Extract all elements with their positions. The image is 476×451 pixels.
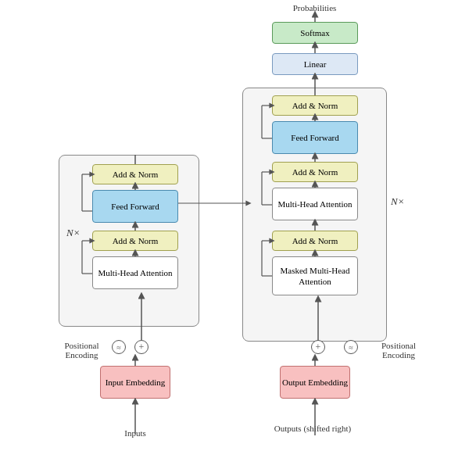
input-embedding: Input Embedding bbox=[100, 366, 170, 399]
encoder-feed-forward: Feed Forward bbox=[92, 190, 178, 223]
transformer-diagram: N× Add & Norm Feed Forward Add & Norm Mu… bbox=[0, 0, 476, 451]
encoder-positional-label: Positional Encoding bbox=[56, 341, 107, 360]
decoder-positional-label: Positional Encoding bbox=[367, 341, 430, 360]
inputs-label: Inputs bbox=[100, 428, 170, 438]
encoder-add-norm-bottom: Add & Norm bbox=[92, 231, 178, 251]
decoder-add-norm-middle: Add & Norm bbox=[272, 162, 358, 182]
decoder-multi-head: Multi-Head Attention bbox=[272, 188, 358, 220]
encoder-multi-head: Multi-Head Attention bbox=[92, 256, 178, 289]
encoder-plus-circle: + bbox=[134, 340, 149, 354]
output-embedding: Output Embedding bbox=[280, 366, 350, 399]
encoder-nx-label: N× bbox=[66, 227, 80, 239]
softmax-box: Softmax bbox=[272, 22, 358, 44]
decoder-wave-circle: ≈ bbox=[344, 340, 358, 354]
decoder-feed-forward: Feed Forward bbox=[272, 121, 358, 154]
decoder-plus-circle: + bbox=[311, 340, 325, 354]
decoder-add-norm-lower: Add & Norm bbox=[272, 231, 358, 251]
encoder-add-norm-top: Add & Norm bbox=[92, 164, 178, 184]
decoder-masked-multi-head: Masked Multi-Head Attention bbox=[272, 256, 358, 295]
outputs-label: Outputs (shifted right) bbox=[266, 424, 360, 433]
decoder-nx-label: N× bbox=[391, 195, 404, 208]
decoder-add-norm-top: Add & Norm bbox=[272, 95, 358, 116]
encoder-wave-circle: ≈ bbox=[112, 340, 126, 354]
linear-box: Linear bbox=[272, 53, 358, 75]
probabilities-label: Probabilities bbox=[266, 3, 363, 13]
